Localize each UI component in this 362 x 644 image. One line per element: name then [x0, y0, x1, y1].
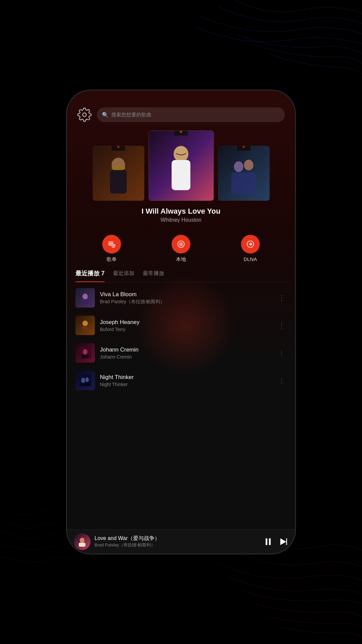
album-card-left[interactable]: [93, 146, 144, 201]
tab-recent-play[interactable]: 最近播放 7: [75, 269, 105, 279]
album-card-right[interactable]: [218, 146, 270, 201]
notch-area: [67, 91, 295, 104]
album-art-left: [93, 146, 144, 201]
svg-point-19: [249, 244, 251, 245]
svg-point-25: [83, 349, 87, 355]
menu-item-local[interactable]: 本地: [172, 235, 190, 263]
song-row-2[interactable]: Joseph Heaney Buford Terry ⋮: [67, 312, 295, 339]
more-button-3[interactable]: ⋮: [277, 347, 287, 359]
tab-most-played[interactable]: 最常播放: [143, 270, 164, 279]
menu-row: 歌单 本地: [67, 228, 295, 266]
song-info-1: Viva La Bloom Brad Paisley（布拉德·帕斯利）: [100, 291, 272, 305]
song-info-4: Night Thinker Night Thinker: [100, 374, 272, 387]
playlist-icon-circle: [102, 235, 121, 254]
search-icon: 🔍: [102, 112, 109, 118]
song-artist-1: Brad Paisley（布拉德·帕斯利）: [100, 299, 272, 305]
album-carousel: I Will Always Love You Whitney Houston: [67, 127, 295, 228]
search-bar[interactable]: 🔍 搜索您想要的歌曲: [97, 107, 285, 122]
song-thumb-3: [75, 343, 95, 363]
song-artist-4: Night Thinker: [100, 382, 272, 387]
playlist-label: 歌单: [107, 256, 117, 263]
search-placeholder-text: 搜索您想要的歌曲: [111, 112, 152, 118]
more-button-1[interactable]: ⋮: [277, 292, 287, 304]
song-name-2: Joseph Heaney: [100, 319, 272, 326]
menu-item-playlist[interactable]: 歌单: [102, 235, 121, 263]
local-label: 本地: [176, 256, 186, 263]
now-playing-info: Love and War（爱与战争） Brad Paisley（布拉德·帕斯利）: [95, 535, 259, 548]
svg-point-0: [83, 113, 86, 117]
next-button[interactable]: [278, 537, 288, 547]
song-name-1: Viva La Bloom: [100, 291, 272, 298]
svg-point-20: [82, 293, 88, 300]
album-art-center: [149, 131, 214, 201]
song-list: Viva La Bloom Brad Paisley（布拉德·帕斯利） ⋮ Jo…: [67, 282, 295, 529]
song-info-3: Johann Cremin Johann Cremin: [100, 346, 272, 360]
svg-point-28: [81, 378, 85, 383]
phone-device: 🔍 搜索您想要的歌曲: [67, 91, 295, 553]
tab-recent-add[interactable]: 最近添加: [113, 270, 134, 279]
svg-point-31: [80, 538, 84, 543]
tabs-section: 最近播放 7 最近添加 最常播放: [67, 266, 295, 282]
svg-rect-11: [109, 245, 112, 245]
vinyl-peek-center: [174, 130, 188, 136]
svg-rect-26: [82, 355, 88, 358]
vinyl-peek-left: [112, 146, 125, 151]
svg-rect-30: [81, 383, 89, 386]
svg-rect-9: [109, 241, 114, 242]
more-button-2[interactable]: ⋮: [277, 320, 287, 331]
song-thumb-4: [75, 371, 95, 390]
header: 🔍 搜索您想要的歌曲: [67, 104, 295, 127]
svg-rect-32: [79, 543, 85, 547]
svg-point-17: [180, 244, 181, 245]
svg-point-22: [82, 321, 88, 326]
featured-song-artist: Whitney Houston: [161, 217, 201, 223]
now-playing-bar: Love and War（爱与战争） Brad Paisley（布拉德·帕斯利）: [67, 529, 295, 553]
more-button-4[interactable]: ⋮: [277, 375, 287, 386]
album-art-right: [218, 146, 269, 201]
settings-button[interactable]: [77, 107, 92, 122]
now-playing-thumb: [74, 533, 90, 550]
phone-screen: 🔍 搜索您想要的歌曲: [67, 91, 295, 553]
song-thumb-2: [75, 316, 95, 335]
song-thumb-1: [75, 288, 95, 308]
albums-row: [86, 130, 277, 201]
local-icon-circle: [172, 235, 190, 254]
svg-rect-34: [269, 538, 271, 545]
song-artist-2: Buford Terry: [100, 327, 272, 332]
song-row-3[interactable]: Johann Cremin Johann Cremin ⋮: [67, 339, 295, 367]
dlna-icon-circle: [241, 235, 260, 254]
svg-line-14: [115, 244, 115, 245]
now-playing-artist: Brad Paisley（布拉德·帕斯利）: [95, 542, 259, 548]
svg-rect-10: [109, 243, 114, 244]
song-name-4: Night Thinker: [100, 374, 272, 381]
svg-rect-21: [82, 299, 88, 304]
svg-marker-35: [280, 538, 286, 545]
svg-point-7: [244, 160, 253, 170]
svg-rect-3: [112, 167, 125, 169]
song-name-3: Johann Cremin: [100, 346, 272, 353]
now-playing-title: Love and War（爱与战争）: [95, 535, 259, 542]
svg-rect-2: [110, 170, 127, 194]
pause-button[interactable]: [263, 537, 273, 547]
svg-rect-36: [286, 538, 287, 545]
vinyl-peek-right: [237, 146, 250, 151]
song-row-4[interactable]: Night Thinker Night Thinker ⋮: [67, 367, 295, 394]
song-info-2: Joseph Heaney Buford Terry: [100, 319, 272, 332]
svg-point-29: [85, 377, 89, 382]
svg-rect-5: [172, 160, 190, 190]
album-card-center[interactable]: [148, 130, 214, 201]
svg-point-13: [113, 246, 114, 247]
song-row-1[interactable]: Viva La Bloom Brad Paisley（布拉德·帕斯利） ⋮: [67, 284, 295, 312]
now-playing-controls: [263, 537, 288, 547]
tabs-row: 最近播放 7 最近添加 最常播放: [75, 269, 287, 282]
svg-rect-33: [266, 538, 267, 545]
dlna-label: DLNA: [244, 256, 257, 262]
svg-point-4: [174, 146, 188, 162]
svg-rect-8: [231, 172, 256, 194]
svg-point-6: [234, 161, 243, 172]
svg-point-23: [82, 326, 88, 331]
song-artist-3: Johann Cremin: [100, 354, 272, 360]
featured-song-title: I Will Always Love You: [141, 207, 220, 216]
menu-item-dlna[interactable]: DLNA: [241, 235, 260, 263]
